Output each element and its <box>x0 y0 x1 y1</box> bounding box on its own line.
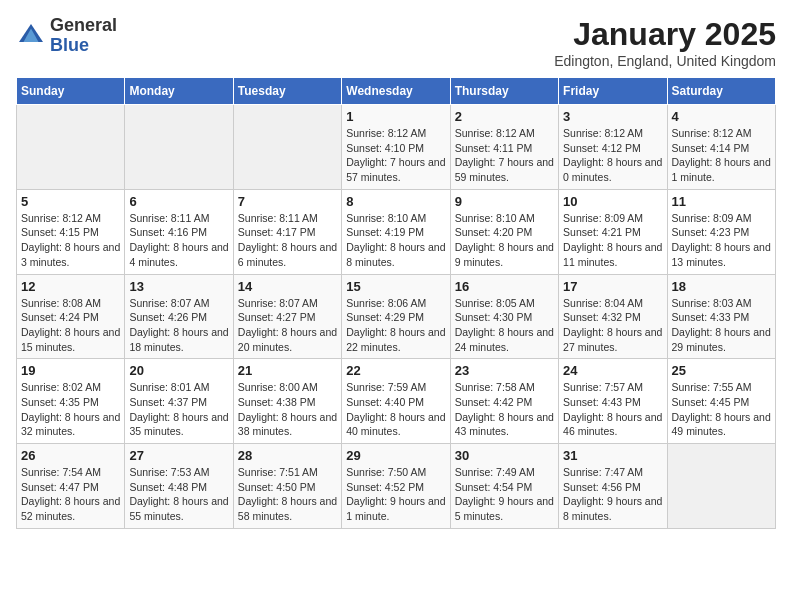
weekday-friday: Friday <box>559 78 667 105</box>
calendar-cell: 20Sunrise: 8:01 AM Sunset: 4:37 PM Dayli… <box>125 359 233 444</box>
week-row-2: 5Sunrise: 8:12 AM Sunset: 4:15 PM Daylig… <box>17 189 776 274</box>
month-title: January 2025 <box>554 16 776 53</box>
day-info: Sunrise: 8:09 AM Sunset: 4:21 PM Dayligh… <box>563 211 662 270</box>
calendar: SundayMondayTuesdayWednesdayThursdayFrid… <box>16 77 776 529</box>
day-info: Sunrise: 7:55 AM Sunset: 4:45 PM Dayligh… <box>672 380 771 439</box>
day-number: 28 <box>238 448 337 463</box>
day-number: 30 <box>455 448 554 463</box>
day-info: Sunrise: 8:10 AM Sunset: 4:19 PM Dayligh… <box>346 211 445 270</box>
weekday-tuesday: Tuesday <box>233 78 341 105</box>
weekday-wednesday: Wednesday <box>342 78 450 105</box>
week-row-5: 26Sunrise: 7:54 AM Sunset: 4:47 PM Dayli… <box>17 444 776 529</box>
day-info: Sunrise: 8:00 AM Sunset: 4:38 PM Dayligh… <box>238 380 337 439</box>
day-info: Sunrise: 8:01 AM Sunset: 4:37 PM Dayligh… <box>129 380 228 439</box>
day-info: Sunrise: 8:08 AM Sunset: 4:24 PM Dayligh… <box>21 296 120 355</box>
day-info: Sunrise: 7:53 AM Sunset: 4:48 PM Dayligh… <box>129 465 228 524</box>
week-row-3: 12Sunrise: 8:08 AM Sunset: 4:24 PM Dayli… <box>17 274 776 359</box>
calendar-cell: 18Sunrise: 8:03 AM Sunset: 4:33 PM Dayli… <box>667 274 775 359</box>
calendar-cell: 24Sunrise: 7:57 AM Sunset: 4:43 PM Dayli… <box>559 359 667 444</box>
calendar-cell: 6Sunrise: 8:11 AM Sunset: 4:16 PM Daylig… <box>125 189 233 274</box>
calendar-cell: 21Sunrise: 8:00 AM Sunset: 4:38 PM Dayli… <box>233 359 341 444</box>
logo: General Blue <box>16 16 117 56</box>
day-info: Sunrise: 7:58 AM Sunset: 4:42 PM Dayligh… <box>455 380 554 439</box>
logo-icon <box>16 21 46 51</box>
day-number: 29 <box>346 448 445 463</box>
day-number: 2 <box>455 109 554 124</box>
day-number: 11 <box>672 194 771 209</box>
calendar-cell: 22Sunrise: 7:59 AM Sunset: 4:40 PM Dayli… <box>342 359 450 444</box>
day-info: Sunrise: 8:05 AM Sunset: 4:30 PM Dayligh… <box>455 296 554 355</box>
day-number: 9 <box>455 194 554 209</box>
calendar-body: 1Sunrise: 8:12 AM Sunset: 4:10 PM Daylig… <box>17 105 776 529</box>
weekday-monday: Monday <box>125 78 233 105</box>
day-number: 5 <box>21 194 120 209</box>
week-row-1: 1Sunrise: 8:12 AM Sunset: 4:10 PM Daylig… <box>17 105 776 190</box>
calendar-cell: 9Sunrise: 8:10 AM Sunset: 4:20 PM Daylig… <box>450 189 558 274</box>
title-block: January 2025 Edington, England, United K… <box>554 16 776 69</box>
day-number: 21 <box>238 363 337 378</box>
day-number: 17 <box>563 279 662 294</box>
day-info: Sunrise: 8:12 AM Sunset: 4:15 PM Dayligh… <box>21 211 120 270</box>
calendar-cell: 16Sunrise: 8:05 AM Sunset: 4:30 PM Dayli… <box>450 274 558 359</box>
day-info: Sunrise: 7:51 AM Sunset: 4:50 PM Dayligh… <box>238 465 337 524</box>
day-number: 8 <box>346 194 445 209</box>
weekday-thursday: Thursday <box>450 78 558 105</box>
day-info: Sunrise: 8:11 AM Sunset: 4:16 PM Dayligh… <box>129 211 228 270</box>
location: Edington, England, United Kingdom <box>554 53 776 69</box>
day-number: 7 <box>238 194 337 209</box>
calendar-cell: 8Sunrise: 8:10 AM Sunset: 4:19 PM Daylig… <box>342 189 450 274</box>
day-number: 13 <box>129 279 228 294</box>
calendar-cell: 10Sunrise: 8:09 AM Sunset: 4:21 PM Dayli… <box>559 189 667 274</box>
day-info: Sunrise: 7:50 AM Sunset: 4:52 PM Dayligh… <box>346 465 445 524</box>
day-number: 31 <box>563 448 662 463</box>
day-info: Sunrise: 8:06 AM Sunset: 4:29 PM Dayligh… <box>346 296 445 355</box>
weekday-saturday: Saturday <box>667 78 775 105</box>
day-number: 23 <box>455 363 554 378</box>
day-info: Sunrise: 7:49 AM Sunset: 4:54 PM Dayligh… <box>455 465 554 524</box>
day-number: 20 <box>129 363 228 378</box>
day-number: 18 <box>672 279 771 294</box>
calendar-cell: 17Sunrise: 8:04 AM Sunset: 4:32 PM Dayli… <box>559 274 667 359</box>
day-info: Sunrise: 8:10 AM Sunset: 4:20 PM Dayligh… <box>455 211 554 270</box>
calendar-cell: 26Sunrise: 7:54 AM Sunset: 4:47 PM Dayli… <box>17 444 125 529</box>
day-number: 4 <box>672 109 771 124</box>
calendar-cell <box>233 105 341 190</box>
calendar-cell: 15Sunrise: 8:06 AM Sunset: 4:29 PM Dayli… <box>342 274 450 359</box>
weekday-header: SundayMondayTuesdayWednesdayThursdayFrid… <box>17 78 776 105</box>
calendar-cell: 5Sunrise: 8:12 AM Sunset: 4:15 PM Daylig… <box>17 189 125 274</box>
calendar-cell: 3Sunrise: 8:12 AM Sunset: 4:12 PM Daylig… <box>559 105 667 190</box>
day-number: 27 <box>129 448 228 463</box>
day-number: 24 <box>563 363 662 378</box>
day-info: Sunrise: 7:47 AM Sunset: 4:56 PM Dayligh… <box>563 465 662 524</box>
day-info: Sunrise: 7:54 AM Sunset: 4:47 PM Dayligh… <box>21 465 120 524</box>
calendar-cell <box>17 105 125 190</box>
calendar-cell: 25Sunrise: 7:55 AM Sunset: 4:45 PM Dayli… <box>667 359 775 444</box>
day-info: Sunrise: 8:12 AM Sunset: 4:14 PM Dayligh… <box>672 126 771 185</box>
page-header: General Blue January 2025 Edington, Engl… <box>16 16 776 69</box>
calendar-cell: 1Sunrise: 8:12 AM Sunset: 4:10 PM Daylig… <box>342 105 450 190</box>
calendar-cell <box>125 105 233 190</box>
calendar-cell <box>667 444 775 529</box>
day-number: 3 <box>563 109 662 124</box>
day-number: 16 <box>455 279 554 294</box>
day-info: Sunrise: 8:04 AM Sunset: 4:32 PM Dayligh… <box>563 296 662 355</box>
day-number: 6 <box>129 194 228 209</box>
calendar-cell: 28Sunrise: 7:51 AM Sunset: 4:50 PM Dayli… <box>233 444 341 529</box>
calendar-cell: 23Sunrise: 7:58 AM Sunset: 4:42 PM Dayli… <box>450 359 558 444</box>
calendar-cell: 31Sunrise: 7:47 AM Sunset: 4:56 PM Dayli… <box>559 444 667 529</box>
calendar-cell: 29Sunrise: 7:50 AM Sunset: 4:52 PM Dayli… <box>342 444 450 529</box>
day-info: Sunrise: 8:12 AM Sunset: 4:12 PM Dayligh… <box>563 126 662 185</box>
day-info: Sunrise: 8:07 AM Sunset: 4:27 PM Dayligh… <box>238 296 337 355</box>
logo-text: General Blue <box>50 16 117 56</box>
calendar-cell: 7Sunrise: 8:11 AM Sunset: 4:17 PM Daylig… <box>233 189 341 274</box>
day-info: Sunrise: 7:57 AM Sunset: 4:43 PM Dayligh… <box>563 380 662 439</box>
day-info: Sunrise: 8:12 AM Sunset: 4:10 PM Dayligh… <box>346 126 445 185</box>
calendar-cell: 2Sunrise: 8:12 AM Sunset: 4:11 PM Daylig… <box>450 105 558 190</box>
day-number: 25 <box>672 363 771 378</box>
calendar-cell: 11Sunrise: 8:09 AM Sunset: 4:23 PM Dayli… <box>667 189 775 274</box>
day-info: Sunrise: 8:02 AM Sunset: 4:35 PM Dayligh… <box>21 380 120 439</box>
day-number: 26 <box>21 448 120 463</box>
calendar-cell: 19Sunrise: 8:02 AM Sunset: 4:35 PM Dayli… <box>17 359 125 444</box>
day-number: 15 <box>346 279 445 294</box>
day-info: Sunrise: 8:09 AM Sunset: 4:23 PM Dayligh… <box>672 211 771 270</box>
